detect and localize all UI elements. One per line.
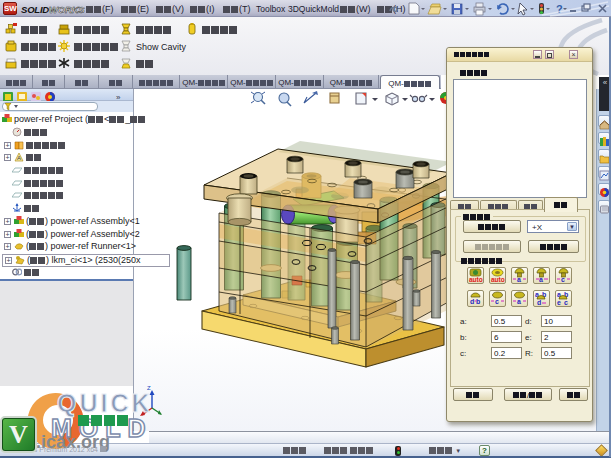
svg-text:c: c (495, 298, 499, 305)
svg-text:c: c (564, 299, 568, 306)
svg-text:d: d (470, 298, 474, 305)
svg-text:auto: auto (491, 276, 505, 283)
svg-text:c: c (561, 276, 565, 283)
svg-text:d: d (537, 299, 541, 306)
svg-text:a: a (517, 276, 521, 283)
svg-text:auto: auto (469, 276, 483, 283)
svg-text:a: a (539, 276, 543, 283)
svg-text:e: e (557, 299, 561, 306)
svg-text:A: A (17, 155, 21, 161)
svg-text:b: b (476, 298, 480, 305)
svg-text:a: a (517, 298, 521, 305)
